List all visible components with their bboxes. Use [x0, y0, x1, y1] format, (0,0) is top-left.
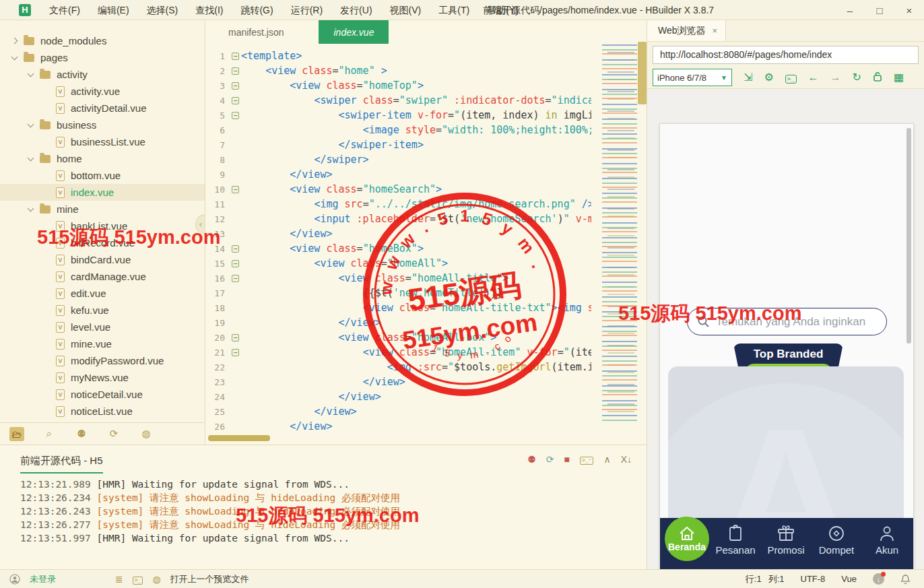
- close-icon[interactable]: ×: [713, 26, 718, 36]
- back-icon[interactable]: ←: [808, 72, 819, 83]
- update-download-icon[interactable]: ↓: [873, 573, 884, 585]
- terminal-icon[interactable]: >_: [133, 573, 143, 585]
- login-status[interactable]: 未登录: [30, 573, 56, 585]
- nav-item-promosi[interactable]: Promosi: [761, 525, 811, 556]
- tree-item-noticeDetail.vue[interactable]: VnoticeDetail.vue: [0, 386, 205, 403]
- tree-item-edit.vue[interactable]: Vedit.vue: [0, 285, 205, 302]
- browser-icon[interactable]: ◍: [139, 428, 154, 440]
- chevron-down-icon[interactable]: [28, 70, 34, 77]
- stop-icon[interactable]: ■: [564, 454, 569, 465]
- browser-tab[interactable]: Web浏览器 ×: [647, 20, 726, 41]
- menu-item-5[interactable]: 运行(R): [282, 0, 331, 20]
- clear-icon[interactable]: X↓: [621, 454, 632, 465]
- fold-icon[interactable]: −: [230, 112, 241, 119]
- fold-icon[interactable]: −: [230, 97, 241, 104]
- menu-item-4[interactable]: 跳转(G): [232, 0, 282, 20]
- search-icon[interactable]: ⌕: [42, 428, 57, 440]
- menu-item-7[interactable]: 视图(V): [381, 0, 430, 20]
- fold-icon[interactable]: −: [230, 334, 241, 341]
- tree-item-activityDetail.vue[interactable]: VactivityDetail.vue: [0, 100, 205, 117]
- language-mode[interactable]: Vue: [841, 574, 857, 584]
- bell-icon[interactable]: [900, 574, 911, 585]
- refresh-icon[interactable]: ⟳: [106, 428, 121, 440]
- bug-icon[interactable]: ⚉: [527, 454, 536, 465]
- menu-item-2[interactable]: 选择(S): [138, 0, 187, 20]
- encoding[interactable]: UTF-8: [801, 574, 826, 584]
- refresh-icon[interactable]: ↻: [853, 72, 861, 83]
- tree-item-mine.vue[interactable]: Vmine.vue: [0, 335, 205, 352]
- fold-icon[interactable]: −: [230, 82, 241, 90]
- code-area[interactable]: 1−<template>2− <view class="home" >3− <v…: [205, 50, 591, 431]
- tree-item-cardManage.vue[interactable]: VcardManage.vue: [0, 268, 205, 285]
- terminal-icon[interactable]: >_: [785, 72, 797, 84]
- fold-icon[interactable]: −: [230, 260, 241, 267]
- close-button[interactable]: ×: [894, 0, 924, 20]
- tree-item-level.vue[interactable]: Vlevel.vue: [0, 319, 205, 335]
- browser-icon[interactable]: ◍: [152, 574, 160, 585]
- search-input[interactable]: Temukan yang Anda inginkan: [687, 308, 887, 335]
- chevron-right-icon[interactable]: [11, 38, 18, 44]
- open-prev-preview[interactable]: 打开上一个预览文件: [170, 573, 249, 585]
- tree-item-kefu.vue[interactable]: Vkefu.vue: [0, 302, 205, 319]
- nav-item-pesanan[interactable]: Pesanan: [711, 525, 760, 556]
- device-select[interactable]: iPhone 6/7/8 ▼: [653, 69, 732, 86]
- code-text: <view class="homeAll-item" v-for="(ite: [241, 346, 591, 358]
- chevron-down-icon[interactable]: [11, 53, 18, 60]
- resize-icon[interactable]: ⇲: [744, 72, 752, 83]
- tree-item-node_modules[interactable]: node_modules: [0, 32, 205, 49]
- tree-item-pages[interactable]: pages: [0, 49, 205, 66]
- tree-item-home[interactable]: home: [0, 150, 205, 167]
- maximize-button[interactable]: □: [865, 0, 894, 20]
- unlock-icon[interactable]: [873, 71, 882, 84]
- fold-icon[interactable]: −: [230, 53, 241, 60]
- tree-item-mine[interactable]: mine: [0, 201, 205, 218]
- horizontal-scrollbar[interactable]: [208, 435, 270, 441]
- files-icon[interactable]: 🗁: [9, 427, 24, 441]
- chevron-down-icon[interactable]: [28, 205, 34, 211]
- tree-item-bankList.vue[interactable]: VbankList.vue: [0, 218, 205, 234]
- menu-item-0[interactable]: 文件(F): [40, 0, 89, 20]
- forward-icon[interactable]: →: [830, 72, 841, 83]
- fold-icon[interactable]: −: [230, 67, 241, 75]
- new-terminal-icon[interactable]: >_⁺: [580, 453, 593, 465]
- tree-item-activity[interactable]: activity: [0, 66, 205, 83]
- minimize-button[interactable]: –: [835, 0, 865, 20]
- tab-manifest-json[interactable]: manifest.json: [213, 20, 298, 44]
- tree-item-activity.vue[interactable]: Vactivity.vue: [0, 83, 205, 100]
- tree-item-business[interactable]: business: [0, 117, 205, 133]
- fold-icon[interactable]: −: [230, 186, 241, 193]
- tree-item-modifyPassword.vue[interactable]: VmodifyPassword.vue: [0, 352, 205, 369]
- nav-item-akun[interactable]: Akun: [862, 525, 912, 556]
- list-icon[interactable]: ≣: [115, 574, 123, 585]
- tree-item-myNews.vue[interactable]: VmyNews.vue: [0, 369, 205, 386]
- chevron-down-icon[interactable]: [28, 121, 34, 127]
- url-input[interactable]: http://localhost:8080/#/pages/home/index: [653, 46, 919, 64]
- phone-scrollbar[interactable]: [906, 128, 911, 344]
- collapse-icon[interactable]: ∧: [603, 454, 610, 465]
- tree-item-index.vue[interactable]: Vindex.vue: [0, 184, 205, 201]
- restart-icon[interactable]: ⟳: [546, 454, 554, 465]
- chevron-down-icon[interactable]: [28, 154, 34, 161]
- fold-icon[interactable]: −: [230, 275, 241, 282]
- tree-item-billRecord.vue[interactable]: VbillRecord.vue: [0, 234, 205, 251]
- vertical-scrollbar[interactable]: [638, 42, 647, 104]
- tab-index-vue[interactable]: index.vue: [319, 20, 389, 44]
- tree-item-bottom.vue[interactable]: Vbottom.vue: [0, 167, 205, 184]
- console-tab[interactable]: 前端开源代码 - H5: [20, 455, 103, 473]
- settings-icon[interactable]: ⚙: [764, 72, 773, 83]
- menu-item-1[interactable]: 编辑(E): [89, 0, 138, 20]
- fold-icon[interactable]: −: [230, 245, 241, 253]
- nav-item-dompet[interactable]: Dompet: [812, 525, 861, 556]
- menu-item-3[interactable]: 查找(I): [187, 0, 232, 20]
- fold-icon[interactable]: −: [230, 349, 241, 356]
- tree-item-bindCard.vue[interactable]: VbindCard.vue: [0, 251, 205, 268]
- console-logs[interactable]: 12:13:21.989 [HMR] Waiting for update si…: [20, 478, 640, 545]
- qrcode-icon[interactable]: ▦: [894, 72, 904, 83]
- tree-item-noticeList.vue[interactable]: VnoticeList.vue: [0, 403, 205, 420]
- menu-item-6[interactable]: 发行(U): [331, 0, 381, 20]
- bug-icon[interactable]: ⚉: [74, 428, 89, 440]
- log-message: [system] 请注意 showLoading 与 hideLoading 必…: [97, 519, 401, 530]
- tree-item-businessList.vue[interactable]: VbusinessList.vue: [0, 133, 205, 150]
- menu-item-8[interactable]: 工具(T): [430, 0, 478, 20]
- code-text: <view class="homeAll-title-txt"><img s: [241, 302, 591, 314]
